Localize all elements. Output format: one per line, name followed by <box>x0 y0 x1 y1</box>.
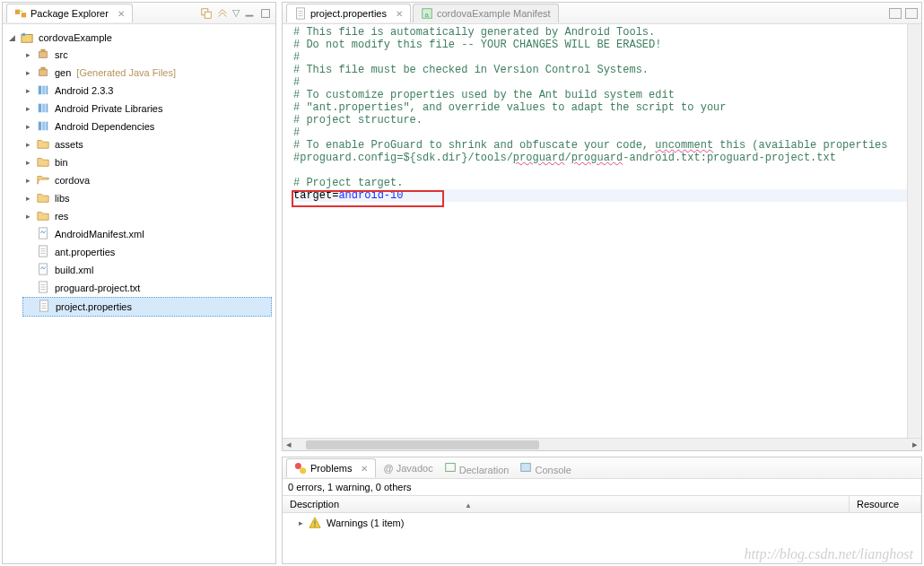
hscrollbar[interactable]: ◂ ▸ <box>283 438 921 450</box>
svg-rect-18 <box>39 122 42 131</box>
project-root[interactable]: ◢ cordovaExample <box>6 30 272 46</box>
svg-rect-14 <box>47 86 48 95</box>
tree-folder[interactable]: ▸bin <box>22 153 272 171</box>
expand-arrow-icon[interactable]: ▸ <box>22 212 33 221</box>
expand-arrow-icon[interactable]: ▸ <box>22 140 33 149</box>
tree-label: build.xml <box>53 265 95 275</box>
tree-label: libs <box>53 193 72 204</box>
svg-rect-31 <box>445 463 455 471</box>
tree-folder[interactable]: ▸cordova <box>22 171 272 189</box>
tree-folder[interactable]: ▸res <box>22 207 272 225</box>
minimize-icon[interactable] <box>243 7 256 20</box>
file-icon <box>37 245 49 259</box>
expand-arrow-icon[interactable]: ▸ <box>22 68 33 77</box>
package-explorer-view: Package Explorer ✕ ▽ ◢ cordovaExample ▸s… <box>2 2 276 564</box>
folder-icon <box>37 155 49 170</box>
table-row[interactable]: ▸ Warnings (1 item) <box>283 513 921 533</box>
tree-label: gen <box>53 67 73 78</box>
tree-folder[interactable]: ▸Android 2.3.3 <box>22 82 272 100</box>
col-resource[interactable]: Resource <box>850 496 921 512</box>
lib-icon <box>37 101 49 116</box>
scroll-right-icon[interactable]: ▸ <box>909 439 921 450</box>
editor-body[interactable]: # This file is automatically generated b… <box>283 24 921 438</box>
svg-rect-11 <box>40 67 45 71</box>
svg-rect-23 <box>39 264 48 274</box>
tab-javadoc[interactable]: @ Javadoc <box>378 459 438 477</box>
svg-rect-12 <box>39 86 42 95</box>
xml-icon <box>37 227 49 241</box>
tree-file[interactable]: proguard-project.txt <box>22 279 272 297</box>
tab-package-explorer[interactable]: Package Explorer ✕ <box>6 4 133 22</box>
folder-icon <box>37 191 49 205</box>
svg-rect-0 <box>15 10 20 14</box>
col-description[interactable]: Description▲ <box>283 496 850 512</box>
svg-point-29 <box>295 463 301 469</box>
problems-columns: Description▲ Resource <box>283 495 921 513</box>
tree-folder[interactable]: ▸src <box>22 46 272 64</box>
svg-rect-4 <box>246 14 254 16</box>
expand-arrow-icon[interactable]: ▸ <box>22 176 33 185</box>
tree-file[interactable]: project.properties <box>22 297 272 317</box>
svg-rect-3 <box>205 12 211 18</box>
tab-declaration[interactable]: Declaration <box>439 457 515 479</box>
tree-label: project.properties <box>54 301 134 312</box>
expand-arrow-icon[interactable]: ▸ <box>22 194 33 203</box>
maximize-icon[interactable] <box>259 7 272 20</box>
maximize-icon[interactable] <box>905 8 918 19</box>
expand-arrow-icon[interactable]: ▸ <box>22 122 33 131</box>
expand-arrow-icon[interactable]: ▸ <box>22 158 33 167</box>
tree-label: res <box>53 211 70 222</box>
scroll-thumb[interactable] <box>306 440 539 449</box>
tree-folder[interactable]: ▸Android Private Libraries <box>22 100 272 118</box>
close-icon[interactable]: ✕ <box>361 464 368 474</box>
collapse-all-icon[interactable] <box>200 7 213 20</box>
project-name: cordovaExample <box>37 32 114 43</box>
svg-point-30 <box>300 467 306 474</box>
project-tree: ◢ cordovaExample ▸src▸gen [Generated Jav… <box>3 24 275 563</box>
tree-file[interactable]: AndroidManifest.xml <box>22 225 272 243</box>
vscrollbar[interactable] <box>907 24 921 438</box>
row-label: Warnings (1 item) <box>327 518 404 528</box>
tree-folder[interactable]: ▸libs <box>22 189 272 207</box>
xml-icon <box>37 263 49 277</box>
editor-view: project.properties ✕ a cordovaExample Ma… <box>282 2 922 451</box>
tab-manifest[interactable]: a cordovaExample Manifest <box>413 4 559 22</box>
minimize-icon[interactable] <box>889 8 902 19</box>
folder-icon <box>37 209 49 223</box>
svg-rect-33 <box>314 520 316 524</box>
tree-label: ant.properties <box>53 247 117 257</box>
link-editor-icon[interactable] <box>216 7 229 20</box>
expand-arrow-icon[interactable]: ▸ <box>22 50 33 59</box>
project-icon <box>21 31 33 44</box>
watermark: http://blog.csdn.net/lianghost <box>745 546 913 562</box>
tree-label: Android Private Libraries <box>53 103 164 114</box>
tab-console[interactable]: Console <box>514 457 576 479</box>
sort-asc-icon: ▲ <box>465 501 472 509</box>
svg-rect-20 <box>47 122 48 131</box>
file-icon <box>294 7 307 20</box>
tab-label: project.properties <box>310 8 387 19</box>
tree-file[interactable]: build.xml <box>22 261 272 279</box>
tree-folder[interactable]: ▸gen [Generated Java Files] <box>22 64 272 82</box>
expand-arrow-icon[interactable]: ▸ <box>299 518 303 527</box>
tree-folder[interactable]: ▸assets <box>22 135 272 153</box>
close-icon[interactable]: ✕ <box>118 9 125 19</box>
scroll-left-icon[interactable]: ◂ <box>283 439 295 450</box>
tree-label: assets <box>53 139 85 150</box>
manifest-icon: a <box>421 7 433 20</box>
tab-problems[interactable]: Problems ✕ <box>286 458 376 477</box>
editor-tabs: project.properties ✕ a cordovaExample Ma… <box>283 3 921 24</box>
svg-rect-1 <box>22 13 26 17</box>
tree-file[interactable]: ant.properties <box>22 243 272 261</box>
svg-rect-15 <box>39 104 42 113</box>
tab-label: Problems <box>310 463 352 474</box>
collapse-arrow-icon[interactable]: ◢ <box>6 33 17 42</box>
close-icon[interactable]: ✕ <box>396 9 403 19</box>
svg-rect-10 <box>39 69 48 75</box>
tree-label: Android 2.3.3 <box>53 85 115 96</box>
tab-project-properties[interactable]: project.properties ✕ <box>286 4 411 22</box>
expand-arrow-icon[interactable]: ▸ <box>22 86 33 95</box>
tree-folder[interactable]: ▸Android Dependencies <box>22 118 272 135</box>
expand-arrow-icon[interactable]: ▸ <box>22 104 33 113</box>
view-menu-icon[interactable]: ▽ <box>232 7 240 19</box>
